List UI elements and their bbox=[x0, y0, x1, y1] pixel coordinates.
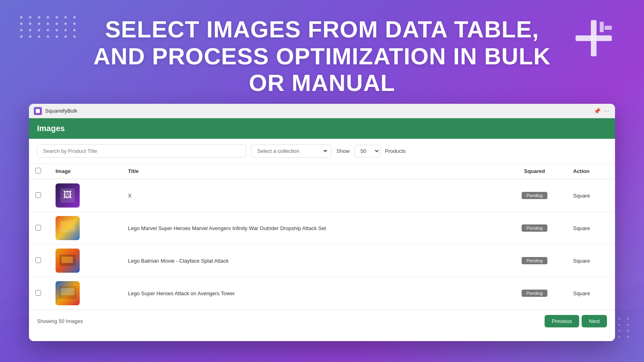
next-button[interactable]: Next bbox=[582, 315, 607, 327]
row-action-cell: Square bbox=[567, 212, 615, 245]
row-action-cell: Square bbox=[567, 179, 615, 212]
row-status-cell: Pending bbox=[502, 179, 567, 212]
row-image-cell bbox=[49, 212, 122, 245]
pagination: Previous Next bbox=[545, 315, 607, 327]
window-content: Images Select a collection Select & coll… bbox=[29, 118, 615, 341]
table-row: Lego Marvel Super Heroes Marvel Avengers… bbox=[29, 212, 615, 245]
row-action-cell: Square bbox=[567, 245, 615, 277]
col-checkbox bbox=[29, 164, 49, 179]
app-window: SquareifyBulk 📌 ··· Images Select a coll… bbox=[29, 104, 615, 341]
row-checkbox-cell bbox=[29, 277, 49, 310]
row-checkbox-cell bbox=[29, 245, 49, 277]
col-image-header: Image bbox=[49, 164, 122, 179]
page-title: Images bbox=[37, 124, 607, 133]
table-footer: Showing 50 Images Previous Next bbox=[29, 310, 615, 332]
products-label: Products bbox=[385, 148, 406, 154]
more-icon[interactable]: ··· bbox=[604, 107, 610, 115]
product-title: Lego Batman Movie - Clayface Splat Attac… bbox=[128, 258, 229, 264]
product-title: Lego Super Heroes Attack on Avengers Tow… bbox=[128, 290, 235, 296]
row-title-cell: Lego Marvel Super Heroes Marvel Avengers… bbox=[122, 212, 502, 245]
show-label: Show bbox=[336, 148, 350, 154]
col-squared-header: Squared bbox=[502, 164, 567, 179]
prev-button[interactable]: Previous bbox=[545, 315, 580, 327]
status-badge: Pending bbox=[522, 192, 547, 199]
product-thumbnail bbox=[56, 281, 80, 305]
status-badge: Pending bbox=[522, 257, 547, 264]
product-title: Lego Marvel Super Heroes Marvel Avengers… bbox=[128, 225, 326, 231]
row-checkbox-cell bbox=[29, 179, 49, 212]
square-action-link[interactable]: Square bbox=[573, 193, 590, 199]
logo-inner bbox=[36, 109, 40, 113]
app-name: SquareifyBulk bbox=[45, 108, 590, 114]
table-body: 🖼 X Pending Square Lego Marvel bbox=[29, 179, 615, 310]
row-title-cell: X bbox=[122, 179, 502, 212]
square-action-link[interactable]: Square bbox=[573, 290, 590, 296]
product-thumbnail bbox=[56, 249, 80, 273]
col-title-header: Title bbox=[122, 164, 502, 179]
status-badge: Pending bbox=[522, 290, 547, 297]
titlebar-actions: 📌 ··· bbox=[594, 107, 610, 115]
row-title-cell: Lego Super Heroes Attack on Avengers Tow… bbox=[122, 277, 502, 310]
table-row: 🖼 X Pending Square bbox=[29, 179, 615, 212]
row-checkbox-cell bbox=[29, 212, 49, 245]
collection-select[interactable]: Select a collection Select & collection … bbox=[251, 144, 332, 158]
table-header-row: Image Title Squared Action bbox=[29, 164, 615, 179]
square-action-link[interactable]: Square bbox=[573, 258, 590, 264]
hero-section: SELECT IMAGES FROM DATA TABLE, AND PROCE… bbox=[0, 16, 644, 97]
window-titlebar: SquareifyBulk 📌 ··· bbox=[29, 104, 615, 118]
row-checkbox[interactable] bbox=[35, 257, 41, 263]
row-checkbox[interactable] bbox=[35, 225, 41, 230]
data-table: Image Title Squared Action 🖼 X bbox=[29, 164, 615, 310]
page-header: Images bbox=[29, 118, 615, 139]
row-checkbox[interactable] bbox=[35, 192, 41, 198]
app-logo bbox=[34, 107, 42, 115]
svg-rect-11 bbox=[61, 222, 74, 230]
svg-rect-17 bbox=[61, 288, 74, 295]
search-input[interactable] bbox=[37, 144, 246, 158]
product-thumbnail bbox=[56, 216, 80, 240]
row-image-cell: 🖼 bbox=[49, 179, 122, 212]
toolbar: Select a collection Select & collection … bbox=[29, 139, 615, 164]
table-row: Lego Super Heroes Attack on Avengers Tow… bbox=[29, 277, 615, 310]
status-badge: Pending bbox=[522, 224, 547, 232]
hero-line2: AND PROCESS OPTIMIZATION IN BULK OR MANU… bbox=[80, 43, 564, 97]
product-thumbnail: 🖼 bbox=[56, 183, 80, 208]
col-action-header: Action bbox=[567, 164, 615, 179]
row-action-cell: Square bbox=[567, 277, 615, 310]
row-status-cell: Pending bbox=[502, 245, 567, 277]
square-action-link[interactable]: Square bbox=[573, 225, 590, 231]
svg-text:🖼: 🖼 bbox=[63, 190, 72, 200]
row-status-cell: Pending bbox=[502, 277, 567, 310]
row-title-cell: Lego Batman Movie - Clayface Splat Attac… bbox=[122, 245, 502, 277]
hero-line1: SELECT IMAGES FROM DATA TABLE, bbox=[80, 16, 564, 43]
row-image-cell bbox=[49, 245, 122, 277]
pin-icon[interactable]: 📌 bbox=[594, 108, 601, 114]
table-row: Lego Batman Movie - Clayface Splat Attac… bbox=[29, 245, 615, 277]
product-title: X bbox=[128, 193, 132, 199]
select-all-checkbox[interactable] bbox=[35, 168, 41, 173]
table-header: Image Title Squared Action bbox=[29, 164, 615, 179]
row-status-cell: Pending bbox=[502, 212, 567, 245]
svg-rect-14 bbox=[62, 257, 73, 263]
row-image-cell bbox=[49, 277, 122, 310]
show-count-select[interactable]: 50 25 100 bbox=[355, 145, 380, 157]
row-checkbox[interactable] bbox=[35, 290, 41, 296]
showing-text: Showing 50 Images bbox=[37, 318, 83, 324]
